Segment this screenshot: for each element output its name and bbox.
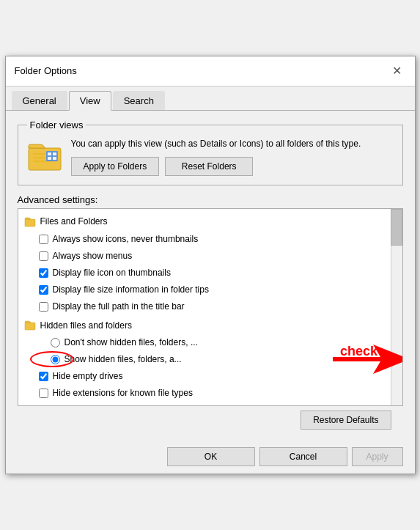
restore-defaults-button[interactable]: Restore Defaults bbox=[301, 411, 391, 430]
scrollbar-track[interactable] bbox=[391, 209, 402, 405]
item-always-menus[interactable]: Always show menus bbox=[18, 248, 402, 265]
checkbox-always-icons[interactable] bbox=[39, 235, 48, 244]
folder-views-section: Folder views bbox=[18, 119, 403, 186]
svg-rect-9 bbox=[25, 219, 35, 227]
advanced-settings-list[interactable]: Files and Folders Always show icons, nev… bbox=[18, 208, 403, 406]
label-always-icons: Always show icons, never thumbnails bbox=[53, 232, 199, 246]
item-always-icons[interactable]: Always show icons, never thumbnails bbox=[18, 231, 402, 248]
settings-items: Files and Folders Always show icons, nev… bbox=[18, 209, 402, 406]
svg-rect-8 bbox=[53, 157, 56, 160]
category-hidden-files: Hidden files and folders bbox=[18, 316, 402, 334]
tab-content: Folder views bbox=[6, 111, 415, 442]
cat-files-folders-label: Files and Folders bbox=[40, 215, 108, 229]
ok-button[interactable]: OK bbox=[167, 447, 255, 466]
restore-defaults-row: Restore Defaults bbox=[18, 406, 403, 433]
advanced-settings-label: Advanced settings: bbox=[18, 194, 403, 205]
reset-folders-button[interactable]: Reset Folders bbox=[165, 157, 253, 176]
checkbox-display-file-size[interactable] bbox=[39, 285, 48, 295]
label-display-full-path: Display the full path in the title bar bbox=[53, 300, 185, 314]
label-hide-extensions: Hide extensions for known file types bbox=[53, 386, 193, 400]
folder-views-legend: Folder views bbox=[27, 119, 86, 130]
label-hide-folder-merge: Hide folder merge conflicts bbox=[53, 403, 157, 406]
svg-rect-5 bbox=[48, 152, 51, 155]
item-show-hidden[interactable]: Show hidden files, folders, a... check bbox=[18, 351, 402, 368]
item-display-full-path[interactable]: Display the full path in the title bar bbox=[18, 298, 402, 315]
apply-to-folders-button[interactable]: Apply to Folders bbox=[71, 157, 160, 176]
folder-views-right: You can apply this view (such as Details… bbox=[71, 138, 394, 177]
dialog-buttons: OK Cancel Apply bbox=[6, 441, 415, 474]
tab-view[interactable]: View bbox=[69, 91, 111, 111]
tab-general[interactable]: General bbox=[12, 91, 67, 110]
checkbox-hide-folder-merge[interactable] bbox=[39, 406, 48, 407]
label-show-hidden: Show hidden files, folders, a... bbox=[65, 353, 182, 367]
checkbox-display-file-icon[interactable] bbox=[39, 268, 48, 278]
label-always-menus: Always show menus bbox=[53, 249, 133, 263]
label-hide-empty-drives: Hide empty drives bbox=[53, 369, 123, 383]
tabs-bar: General View Search bbox=[6, 87, 415, 111]
cancel-button[interactable]: Cancel bbox=[259, 447, 347, 466]
close-button[interactable]: ✕ bbox=[388, 62, 406, 80]
title-bar: Folder Options ✕ bbox=[6, 56, 415, 87]
folder-small-icon2 bbox=[24, 320, 36, 331]
item-display-file-icon[interactable]: Display file icon on thumbnails bbox=[18, 265, 402, 281]
svg-rect-6 bbox=[53, 152, 56, 155]
checkbox-display-full-path[interactable] bbox=[39, 302, 48, 312]
checkbox-hide-extensions[interactable] bbox=[39, 389, 48, 398]
item-dont-show-hidden[interactable]: Don't show hidden files, folders, ... bbox=[18, 334, 402, 351]
folder-views-buttons: Apply to Folders Reset Folders bbox=[71, 157, 394, 176]
checkbox-always-menus[interactable] bbox=[39, 251, 48, 261]
category-files-folders: Files and Folders bbox=[18, 212, 402, 230]
radio-show-hidden[interactable] bbox=[51, 355, 60, 364]
item-hide-folder-merge[interactable]: Hide folder merge conflicts bbox=[18, 402, 402, 406]
scrollbar-thumb[interactable] bbox=[391, 209, 402, 246]
svg-rect-10 bbox=[25, 323, 35, 330]
radio-dont-show-hidden[interactable] bbox=[51, 338, 60, 347]
label-display-file-icon: Display file icon on thumbnails bbox=[53, 266, 171, 280]
tab-search[interactable]: Search bbox=[113, 91, 165, 110]
folder-small-icon bbox=[24, 216, 36, 228]
cat-hidden-files-label: Hidden files and folders bbox=[40, 319, 132, 333]
checkbox-hide-empty-drives[interactable] bbox=[39, 372, 48, 381]
apply-button[interactable]: Apply bbox=[352, 447, 403, 466]
folder-options-dialog: Folder Options ✕ General View Search Fol… bbox=[5, 56, 416, 475]
folder-views-inner: You can apply this view (such as Details… bbox=[27, 138, 394, 177]
folder-views-description: You can apply this view (such as Details… bbox=[71, 138, 394, 150]
item-display-file-size[interactable]: Display file size information in folder … bbox=[18, 281, 402, 298]
folder-icon bbox=[27, 141, 62, 173]
dialog-title: Folder Options bbox=[15, 65, 77, 76]
label-dont-show-hidden: Don't show hidden files, folders, ... bbox=[65, 336, 198, 350]
label-display-file-size: Display file size information in folder … bbox=[53, 283, 209, 297]
item-hide-extensions[interactable]: Hide extensions for known file types bbox=[18, 385, 402, 402]
svg-rect-7 bbox=[48, 157, 51, 160]
item-hide-empty-drives[interactable]: Hide empty drives bbox=[18, 368, 402, 385]
